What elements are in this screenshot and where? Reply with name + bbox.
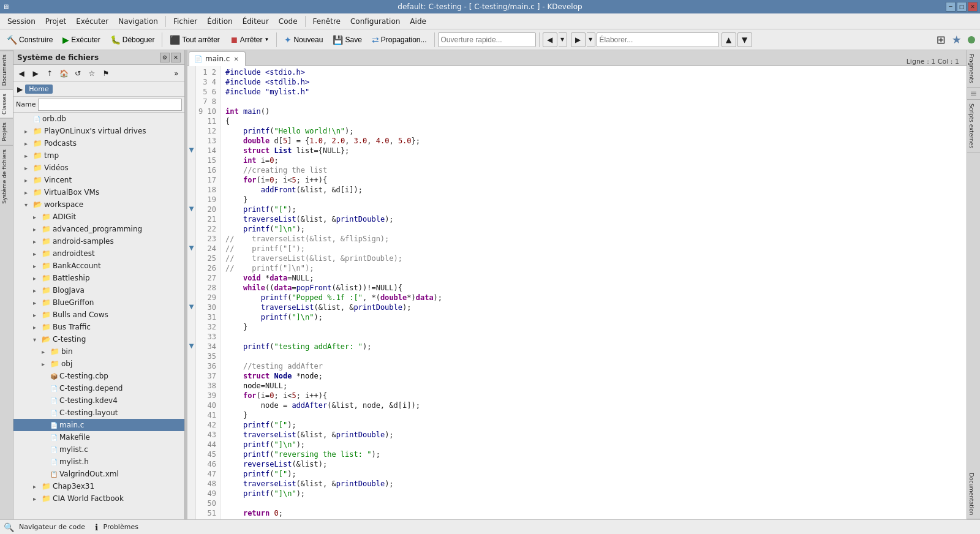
right-tab-documentation[interactable]: Documentation — [967, 469, 980, 519]
nav-up-button[interactable]: ▲ — [722, 32, 736, 47]
tree-item-mylist.h[interactable]: 📄mylist.h — [13, 456, 184, 468]
tab-classes[interactable]: Classes — [0, 89, 13, 118]
fold-9[interactable]: ▼ — [187, 301, 195, 311]
ft-up-btn[interactable]: ↑ — [43, 67, 56, 80]
tree-item-main.c[interactable]: 📄main.c — [13, 419, 184, 431]
tree-item-vincent[interactable]: ▸📁Vincent — [13, 174, 184, 186]
tab-systeme-fichiers[interactable]: Système de fichiers — [0, 145, 13, 208]
editor-tab-main-c[interactable]: 📄 main.c ✕ — [189, 51, 246, 66]
menu-fichier[interactable]: Fichier — [168, 15, 202, 28]
debug-button[interactable]: 🐛 Déboguer — [106, 31, 159, 48]
nav-forward-button[interactable]: ▶ — [571, 32, 586, 47]
close-button[interactable]: ✕ — [968, 2, 978, 12]
breadcrumb-home[interactable]: Home — [25, 85, 52, 94]
tree-item-label: tmp — [44, 151, 59, 160]
tree-item-bulls-and-cows[interactable]: ▸📁Bulls and Cows — [13, 309, 184, 321]
save-button[interactable]: 💾 Save — [328, 31, 366, 48]
tree-item-battleship[interactable]: ▸📁Battleship — [13, 272, 184, 284]
tree-item-bus-traffic[interactable]: ▸📁Bus Traffic — [13, 321, 184, 333]
tree-item-orb.db[interactable]: 📄orb.db — [13, 113, 184, 125]
panel-settings-btn[interactable]: ⚙ — [160, 53, 170, 62]
tree-item-advanced_programming[interactable]: ▸📁advanced_programming — [13, 223, 184, 235]
run-button[interactable]: ▶ Exécuter — [58, 31, 104, 48]
fold-7[interactable]: ▼ — [187, 203, 195, 213]
tree-item-c-testing.kdev4[interactable]: 📄C-testing.kdev4 — [13, 394, 184, 407]
tree-item-androidtest[interactable]: ▸📁androidtest — [13, 247, 184, 260]
propagate-button[interactable]: ⇄ Propagation... — [368, 31, 431, 48]
menu-editeur[interactable]: Éditeur — [238, 15, 274, 28]
tree-item-vidéos[interactable]: ▸📁Vidéos — [13, 162, 184, 174]
tree-item-adigit[interactable]: ▸📁ADIGit — [13, 211, 184, 223]
tree-item-playonlinux's-virtual-drives[interactable]: ▸📁PlayOnLinux's virtual drives — [13, 125, 184, 137]
minimize-button[interactable]: ─ — [946, 2, 956, 12]
tree-item-makefile[interactable]: 📄Makefile — [13, 431, 184, 443]
build-button[interactable]: 🔨 Construire — [2, 31, 57, 48]
code-content[interactable]: #include <stdio.h> #include <stdlib.h> #… — [221, 66, 967, 519]
menu-aide[interactable]: Aide — [405, 15, 431, 28]
nav-down-button[interactable]: ▼ — [737, 32, 752, 47]
name-filter-input[interactable] — [38, 99, 182, 111]
tree-item-bin[interactable]: ▸📁bin — [13, 345, 184, 358]
maximize-button[interactable]: □ — [957, 2, 967, 12]
nav-label[interactable]: Navigateur de code — [19, 523, 85, 531]
new-button[interactable]: ✦ Nouveau — [280, 31, 327, 48]
tree-item-bankaccount[interactable]: ▸📁BankAccount — [13, 260, 184, 272]
tab-projets[interactable]: Projets — [0, 118, 13, 145]
menu-configuration[interactable]: Configuration — [345, 15, 405, 28]
menu-code[interactable]: Code — [274, 15, 303, 28]
tree-item-android-samples[interactable]: ▸📁android-samples — [13, 235, 184, 247]
menu-executer[interactable]: Exécuter — [71, 15, 113, 28]
ft-home-btn[interactable]: 🏠 — [57, 67, 70, 80]
menu-projet[interactable]: Projet — [40, 15, 71, 28]
fold-1[interactable] — [187, 66, 195, 76]
tree-item-tmp[interactable]: ▸📁tmp — [13, 149, 184, 162]
tree-item-valgrindout.xml[interactable]: 📋ValgrindOut.xml — [13, 468, 184, 480]
fold-4[interactable] — [187, 96, 195, 105]
ft-back-btn[interactable]: ◀ — [15, 67, 28, 80]
tab-close-btn[interactable]: ✕ — [232, 55, 239, 63]
fold-5[interactable] — [187, 105, 195, 115]
tree-item-chap3ex31[interactable]: ▸📁Chap3ex31 — [13, 480, 184, 492]
ft-reload-btn[interactable]: ↺ — [71, 67, 85, 80]
grid-icon[interactable]: ⊞ — [934, 33, 948, 46]
tree-item-workspace[interactable]: ▾📂workspace — [13, 198, 184, 211]
tree-item-virtualbox-vms[interactable]: ▸📁VirtualBox VMs — [13, 186, 184, 198]
right-tab-scripts-icon[interactable]: ≡ — [967, 88, 980, 100]
tree-item-obj[interactable]: ▸📁obj — [13, 358, 184, 370]
ft-more-btn[interactable]: » — [170, 67, 183, 80]
ft-forward-btn[interactable]: ▶ — [29, 67, 42, 80]
menu-fenetre[interactable]: Fenêtre — [308, 15, 345, 28]
fold-6[interactable]: ▼ — [187, 145, 195, 154]
menu-edition[interactable]: Édition — [202, 15, 238, 28]
tree-item-c-testing.cbp[interactable]: 📦C-testing.cbp — [13, 370, 184, 382]
nav-back-button[interactable]: ◀ — [543, 32, 557, 47]
tree-item-cia-world-factbook[interactable]: ▸📁CIA World Factbook — [13, 492, 184, 505]
nav-forward-dropdown[interactable]: ▼ — [587, 32, 595, 47]
panel-close-btn[interactable]: ✕ — [171, 53, 181, 62]
star-icon[interactable]: ★ — [949, 33, 964, 46]
tree-item-bluegriffon[interactable]: ▸📁BlueGriffon — [13, 296, 184, 309]
stop-button[interactable]: ⏹ Arrêter ▼ — [225, 31, 274, 48]
right-tab-fragments[interactable]: Fragments — [967, 50, 980, 88]
tree-item-blogjava[interactable]: ▸📁BlogJava — [13, 284, 184, 296]
elaborate-input[interactable] — [597, 32, 719, 47]
tree-item-c-testing[interactable]: ▾📂C-testing — [13, 333, 184, 345]
fold-10[interactable]: ▼ — [187, 340, 195, 350]
fold-2[interactable] — [187, 76, 195, 86]
tree-item-c-testing.layout[interactable]: 📄C-testing.layout — [13, 407, 184, 419]
stop-all-button[interactable]: ⬛ Tout arrêter — [165, 31, 224, 48]
tree-item-c-testing.depend[interactable]: 📄C-testing.depend — [13, 382, 184, 394]
right-tab-scripts-externes[interactable]: Scripts externes — [967, 100, 980, 152]
ft-bookmark-btn[interactable]: ☆ — [85, 67, 99, 80]
ft-extra-btn[interactable]: ⚑ — [99, 67, 113, 80]
tree-item-podcasts[interactable]: ▸📁Podcasts — [13, 137, 184, 149]
tab-documents[interactable]: Documents — [0, 50, 13, 89]
problems-label[interactable]: Problèmes — [103, 523, 138, 531]
tree-item-mylist.c[interactable]: 📄mylist.c — [13, 443, 184, 456]
menu-navigation[interactable]: Navigation — [113, 15, 163, 28]
fold-8[interactable]: ▼ — [187, 243, 195, 252]
fold-3[interactable] — [187, 86, 195, 96]
menu-session[interactable]: Session — [2, 15, 40, 28]
quick-open-input[interactable] — [438, 32, 536, 47]
nav-back-dropdown[interactable]: ▼ — [559, 32, 567, 47]
